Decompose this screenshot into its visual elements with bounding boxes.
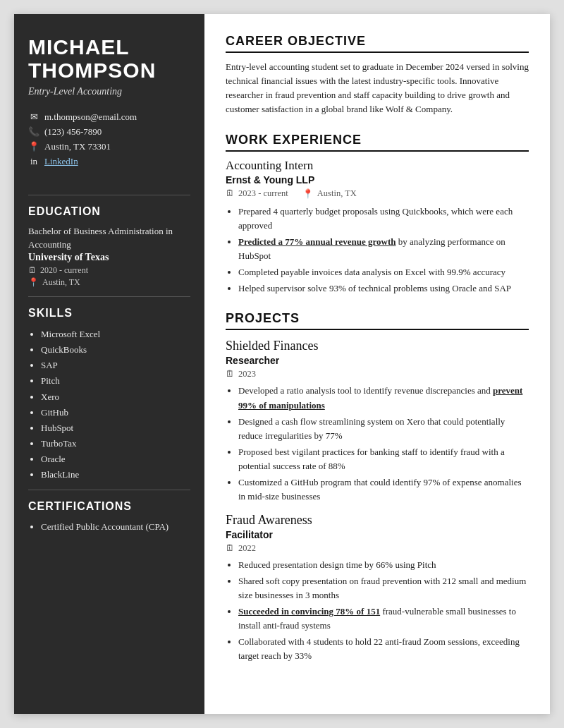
project-year: 🗓 2023 bbox=[226, 369, 529, 380]
job-location: 📍 Austin, TX bbox=[302, 188, 357, 200]
bullet-item: Proposed best vigilant practices for ban… bbox=[238, 445, 529, 473]
location-icon: 📍 bbox=[28, 141, 39, 152]
skill-item: Pitch bbox=[41, 373, 190, 389]
project-title: Shielded Finances bbox=[226, 339, 529, 353]
bullet-item: Succeeded in convincing 78% of 151 fraud… bbox=[238, 605, 529, 633]
candidate-name: MICHAEL THOMPSON bbox=[28, 35, 190, 82]
career-objective-title: CAREER OBJECTIVE bbox=[226, 34, 529, 53]
skill-item: QuickBooks bbox=[41, 342, 190, 358]
bullet-item: Helped supervisor solve 93% of technical… bbox=[238, 281, 529, 296]
bullet-item: Shared soft copy presentation on fraud p… bbox=[238, 574, 529, 602]
edu-location-icon: 📍 bbox=[28, 277, 39, 288]
contact-section: ✉ m.thompson@email.com 📞 (123) 456-7890 … bbox=[28, 111, 190, 171]
sidebar-divider-1 bbox=[28, 195, 190, 195]
cert-item: Certified Public Accountant (CPA) bbox=[41, 520, 190, 535]
skills-section-title: SKILLS bbox=[28, 307, 190, 320]
skill-item: Oracle bbox=[41, 451, 190, 467]
edu-location: 📍 Austin, TX bbox=[28, 277, 190, 288]
skill-item: BlackLine bbox=[41, 467, 190, 483]
main-content: CAREER OBJECTIVE Entry-level accounting … bbox=[204, 14, 550, 714]
education-section: Bachelor of Business Administration in A… bbox=[28, 225, 190, 289]
job-title: Accounting Intern bbox=[226, 159, 529, 173]
sidebar-divider-3 bbox=[28, 490, 190, 490]
phone-icon: 📞 bbox=[28, 126, 39, 138]
project-bullets: Developed a ratio analysis tool to ident… bbox=[226, 384, 529, 504]
highlighted-text: prevent 99% of manipulations bbox=[238, 385, 522, 410]
bullet-item: Reduced presentation design time by 66% … bbox=[238, 558, 529, 572]
work-experience-title: WORK EXPERIENCE bbox=[226, 133, 529, 152]
project-year: 🗓 2022 bbox=[226, 543, 529, 554]
job-bullets: Prepared 4 quarterly budget proposals us… bbox=[226, 205, 529, 296]
career-objective-text: Entry-level accounting student set to gr… bbox=[226, 60, 529, 117]
edu-university: University of Texas bbox=[28, 252, 190, 263]
resume-container: MICHAEL THOMPSON Entry-Level Accounting … bbox=[14, 14, 550, 714]
job-dates: 🗓 2023 - current bbox=[226, 188, 288, 199]
project-title: Fraud Awareness bbox=[226, 513, 529, 528]
linkedin-contact[interactable]: in LinkedIn bbox=[28, 156, 190, 167]
calendar-icon: 🗓 bbox=[226, 188, 235, 199]
project-bullets: Reduced presentation design time by 66% … bbox=[226, 558, 529, 664]
edu-field: Accounting bbox=[28, 239, 190, 250]
skill-item: SAP bbox=[41, 358, 190, 373]
calendar-icon: 🗓 bbox=[226, 369, 235, 380]
location-icon: 📍 bbox=[302, 188, 314, 200]
skill-item: TurboTax bbox=[41, 436, 190, 451]
linkedin-icon: in bbox=[28, 156, 39, 167]
bullet-item: Prepared 4 quarterly budget proposals us… bbox=[238, 205, 529, 233]
sidebar: MICHAEL THOMPSON Entry-Level Accounting … bbox=[14, 14, 204, 714]
highlighted-text: Predicted a 77% annual revenue growth bbox=[238, 236, 396, 247]
bullet-item: Predicted a 77% annual revenue growth by… bbox=[238, 235, 529, 263]
project-entry: Shielded Finances Researcher 🗓 2023 Deve… bbox=[226, 339, 529, 504]
job-entry: Accounting Intern Ernst & Young LLP 🗓 20… bbox=[226, 159, 529, 296]
education-section-title: EDUCATION bbox=[28, 205, 190, 218]
project-entry: Fraud Awareness Facilitator 🗓 2022 Reduc… bbox=[226, 513, 529, 664]
calendar-icon: 🗓 bbox=[226, 543, 235, 554]
bullet-item: Completed payable invoices data analysis… bbox=[238, 265, 529, 279]
project-role: Researcher bbox=[226, 355, 529, 366]
bullet-item: Customized a GitHub program that could i… bbox=[238, 475, 529, 504]
job-meta: 🗓 2023 - current 📍 Austin, TX bbox=[226, 188, 529, 200]
skill-item: Microsoft Excel bbox=[41, 327, 190, 342]
bullet-item: Designed a cash flow streamlining system… bbox=[238, 415, 529, 443]
candidate-title: Entry-Level Accounting bbox=[28, 86, 190, 97]
certifications-list: Certified Public Accountant (CPA) bbox=[28, 520, 190, 535]
email-contact: ✉ m.thompson@email.com bbox=[28, 111, 190, 123]
bullet-item: Collaborated with 4 students to hold 22 … bbox=[238, 635, 529, 663]
email-icon: ✉ bbox=[28, 111, 39, 123]
projects-title: PROJECTS bbox=[226, 311, 529, 330]
phone-contact: 📞 (123) 456-7890 bbox=[28, 126, 190, 138]
edu-dates: 🗓 2020 - current bbox=[28, 265, 190, 276]
linkedin-link[interactable]: LinkedIn bbox=[44, 156, 78, 167]
certifications-section-title: CERTIFICATIONS bbox=[28, 500, 190, 513]
calendar-icon: 🗓 bbox=[28, 265, 37, 276]
job-company: Ernst & Young LLP bbox=[226, 174, 529, 186]
skill-item: GitHub bbox=[41, 405, 190, 420]
location-contact: 📍 Austin, TX 73301 bbox=[28, 141, 190, 152]
sidebar-divider-2 bbox=[28, 296, 190, 297]
bullet-item: Developed a ratio analysis tool to ident… bbox=[238, 384, 529, 412]
edu-degree: Bachelor of Business Administration in bbox=[28, 225, 190, 238]
skill-item: HubSpot bbox=[41, 420, 190, 436]
project-role: Facilitator bbox=[226, 529, 529, 540]
skill-item: Xero bbox=[41, 389, 190, 405]
highlighted-text: Succeeded in convincing 78% of 151 bbox=[238, 606, 380, 617]
skills-list: Microsoft Excel QuickBooks SAP Pitch Xer… bbox=[28, 327, 190, 483]
